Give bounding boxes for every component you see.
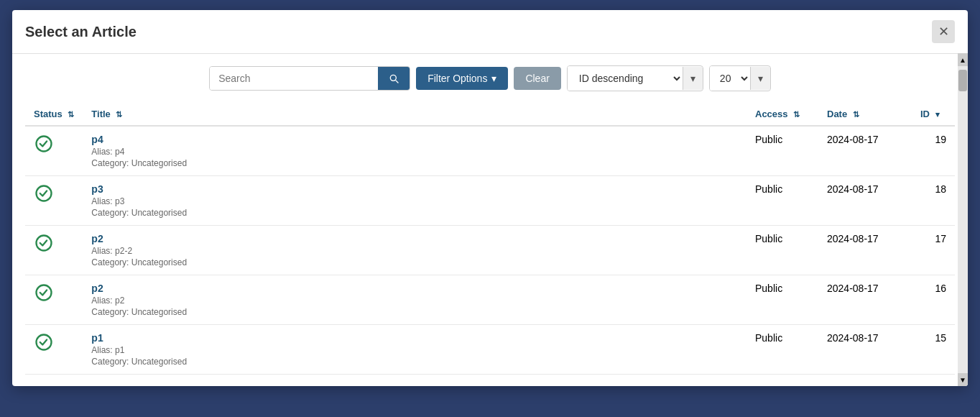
- article-link[interactable]: p1: [91, 332, 103, 344]
- search-input[interactable]: [210, 67, 378, 90]
- per-page-chevron-icon: ▾: [750, 67, 770, 90]
- clear-button[interactable]: Clear: [514, 67, 560, 90]
- table-row: p2 Alias: p2-2 Category: Uncategorised P…: [25, 226, 955, 275]
- dialog-body: Filter Options ▾ Clear ID descending ID …: [12, 54, 968, 386]
- col-header-title[interactable]: Title ⇅: [83, 103, 746, 126]
- id-sort-icon: ▾: [935, 110, 940, 119]
- table-row: p4 Alias: p4 Category: Uncategorised Pub…: [25, 126, 955, 176]
- title-cell: p2 Alias: p2 Category: Uncategorised: [83, 275, 746, 325]
- col-title-label: Title: [91, 109, 111, 119]
- sort-select-wrapper: ID descending ID ascending Title descend…: [567, 65, 703, 91]
- table-header: Status ⇅ Title ⇅ Access ⇅ Date: [25, 103, 955, 126]
- title-cell: p1 Alias: p1 Category: Uncategorised: [83, 325, 746, 375]
- article-category: Category: Uncategorised: [91, 208, 738, 218]
- article-link[interactable]: p2: [91, 283, 103, 294]
- table-row: p2 Alias: p2 Category: Uncategorised Pub…: [25, 275, 955, 325]
- dialog-title: Select an Article: [25, 24, 137, 40]
- sort-select[interactable]: ID descending ID ascending Title descend…: [568, 66, 683, 91]
- filter-options-button[interactable]: Filter Options ▾: [416, 67, 508, 90]
- search-wrapper: [209, 66, 410, 91]
- article-category: Category: Uncategorised: [91, 158, 738, 168]
- status-sort-icon: ⇅: [68, 110, 74, 119]
- scroll-up-button[interactable]: ▲: [958, 53, 968, 66]
- status-cell: [25, 275, 83, 325]
- col-access-label: Access: [755, 109, 788, 119]
- search-button[interactable]: [378, 67, 410, 90]
- scroll-thumb[interactable]: [958, 70, 967, 91]
- access-cell: Public: [746, 126, 818, 176]
- title-sort-icon: ⇅: [116, 110, 122, 119]
- col-id-label: ID: [920, 109, 930, 119]
- scroll-track: [958, 66, 968, 373]
- title-cell: p3 Alias: p3 Category: Uncategorised: [83, 176, 746, 226]
- dialog-header: Select an Article ✕: [12, 10, 968, 54]
- col-header-status[interactable]: Status ⇅: [25, 103, 83, 126]
- article-link[interactable]: p4: [91, 134, 103, 145]
- title-cell: p2 Alias: p2-2 Category: Uncategorised: [83, 226, 746, 275]
- published-icon: [34, 283, 54, 303]
- filter-chevron-icon: ▾: [491, 73, 496, 84]
- filter-options-label: Filter Options: [427, 73, 487, 84]
- status-cell: [25, 325, 83, 375]
- date-cell: 2024-08-17: [818, 325, 912, 375]
- status-cell: [25, 226, 83, 275]
- published-icon: [34, 233, 54, 253]
- table-row: p1 Alias: p1 Category: Uncategorised Pub…: [25, 325, 955, 375]
- date-cell: 2024-08-17: [818, 176, 912, 226]
- article-table: Status ⇅ Title ⇅ Access ⇅ Date: [25, 103, 955, 375]
- article-alias: Alias: p2: [91, 295, 738, 306]
- col-status-label: Status: [34, 109, 63, 119]
- date-cell: 2024-08-17: [818, 226, 912, 275]
- date-sort-icon: ⇅: [853, 110, 859, 119]
- article-alias: Alias: p1: [91, 345, 738, 355]
- published-icon: [34, 183, 54, 203]
- scroll-down-button[interactable]: ▼: [958, 373, 968, 386]
- id-cell: 17: [912, 226, 955, 275]
- access-sort-icon: ⇅: [793, 110, 800, 119]
- close-button[interactable]: ✕: [932, 20, 955, 43]
- id-cell: 16: [912, 275, 955, 325]
- article-link[interactable]: p2: [91, 233, 103, 244]
- article-alias: Alias: p4: [91, 147, 738, 157]
- toolbar: Filter Options ▾ Clear ID descending ID …: [25, 65, 955, 91]
- per-page-wrapper: 5 10 15 20 25 50 ▾: [709, 65, 771, 91]
- col-date-label: Date: [827, 109, 847, 119]
- status-cell: [25, 176, 83, 226]
- table-body: p4 Alias: p4 Category: Uncategorised Pub…: [25, 126, 955, 375]
- col-header-access[interactable]: Access ⇅: [746, 103, 818, 126]
- article-alias: Alias: p2-2: [91, 246, 738, 256]
- date-cell: 2024-08-17: [818, 275, 912, 325]
- id-cell: 19: [912, 126, 955, 176]
- select-article-dialog: Select an Article ✕ Filter Options: [12, 10, 968, 386]
- col-header-date[interactable]: Date ⇅: [818, 103, 912, 126]
- id-cell: 15: [912, 325, 955, 375]
- access-cell: Public: [746, 226, 818, 275]
- per-page-select[interactable]: 5 10 15 20 25 50: [710, 66, 750, 91]
- col-header-id[interactable]: ID ▾: [912, 103, 955, 126]
- status-cell: [25, 126, 83, 176]
- published-icon: [34, 134, 54, 154]
- access-cell: Public: [746, 275, 818, 325]
- article-category: Category: Uncategorised: [91, 307, 738, 317]
- search-icon: [388, 73, 399, 84]
- sort-chevron-icon: ▾: [683, 67, 703, 90]
- access-cell: Public: [746, 176, 818, 226]
- scrollbar: ▲ ▼: [958, 53, 968, 386]
- access-cell: Public: [746, 325, 818, 375]
- date-cell: 2024-08-17: [818, 126, 912, 176]
- article-category: Category: Uncategorised: [91, 257, 738, 267]
- title-cell: p4 Alias: p4 Category: Uncategorised: [83, 126, 746, 176]
- published-icon: [34, 332, 54, 352]
- table-row: p3 Alias: p3 Category: Uncategorised Pub…: [25, 176, 955, 226]
- article-alias: Alias: p3: [91, 196, 738, 206]
- id-cell: 18: [912, 176, 955, 226]
- article-category: Category: Uncategorised: [91, 357, 738, 367]
- article-link[interactable]: p3: [91, 183, 103, 195]
